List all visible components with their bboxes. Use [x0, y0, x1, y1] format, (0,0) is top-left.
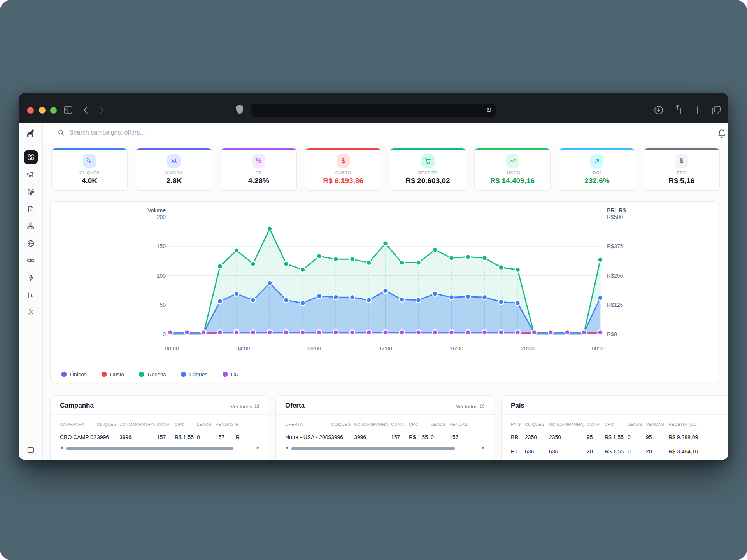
sidebar-toggle-icon[interactable]: [63, 106, 73, 114]
see-all-link[interactable]: Ver todos: [231, 403, 260, 410]
table-cell: 3996: [331, 434, 343, 440]
y-right-tick: R$125: [607, 302, 623, 308]
cr-point: [317, 330, 322, 335]
kpi-card-únicos: ÚNICOS2.8K: [136, 148, 212, 191]
minimize-button[interactable]: [39, 107, 46, 114]
cliques-point: [300, 301, 305, 306]
horizontal-scrollbar[interactable]: ◀▶: [60, 446, 260, 450]
table-cell: 636: [549, 448, 558, 455]
legend-item-únicos[interactable]: Únicos: [61, 371, 87, 378]
receita-point: [317, 254, 322, 259]
sidebar-item-campaigns[interactable]: [24, 167, 38, 181]
tab-overview-button[interactable]: [711, 105, 721, 115]
table-cell: R: [236, 434, 240, 440]
legend-item-cr[interactable]: CR: [223, 371, 239, 378]
cr-point: [400, 330, 405, 335]
back-button[interactable]: [83, 106, 89, 114]
new-tab-button[interactable]: [693, 106, 702, 114]
column-header: CAMPANHA: [60, 422, 85, 427]
cr-point: [366, 330, 372, 335]
cliques-point: [416, 298, 421, 303]
receita-point: [449, 256, 454, 261]
sidebar-item-automations[interactable]: [24, 271, 38, 285]
cliques-point: [598, 295, 603, 300]
cliques-point: [466, 294, 471, 299]
table-cell: 157: [391, 434, 400, 440]
sidebar-item-landing-pages[interactable]: [24, 202, 38, 216]
cr-point: [515, 330, 520, 335]
scrollbar-thumb[interactable]: [66, 447, 233, 450]
forward-button[interactable]: [99, 106, 104, 114]
y-right-tick: R$375: [607, 243, 623, 249]
receita-point: [383, 241, 388, 246]
scroll-left-icon[interactable]: ◀: [285, 446, 288, 450]
scroll-right-icon[interactable]: ▶: [482, 446, 485, 450]
link-icon: [27, 257, 35, 264]
sidebar-item-domains[interactable]: [24, 236, 38, 250]
see-all-label: Ver todos: [231, 404, 252, 410]
zap-icon: [27, 274, 35, 282]
reload-icon[interactable]: ↻: [486, 106, 492, 114]
see-all-link[interactable]: Ver todos: [456, 403, 485, 410]
sidebar-item-offers[interactable]: [24, 185, 38, 199]
table-cell: 3996: [119, 434, 132, 440]
table-card-campanha: CampanhaVer todosCAMPANHACLIQUESUC (CAMP…: [50, 395, 269, 460]
receita-point: [284, 261, 289, 266]
scroll-right-icon[interactable]: ▶: [257, 446, 260, 450]
column-header: OFERTA: [285, 422, 303, 427]
horizontal-scrollbar[interactable]: ◀▶: [285, 446, 485, 450]
globe-icon: [27, 240, 35, 247]
dog-logo-icon: [26, 128, 36, 138]
divider: [511, 445, 728, 445]
kpi-label: RECEITA: [390, 170, 466, 175]
y-left-tick: 50: [160, 302, 166, 308]
sidebar-collapse-button[interactable]: [24, 443, 38, 457]
column-header: LEADS: [197, 422, 212, 427]
close-button[interactable]: [27, 107, 34, 114]
zoom-button[interactable]: [50, 107, 57, 114]
table-card-oferta: OfertaVer todosOFERTACLIQUESUC (CAMPANHA…: [275, 395, 494, 460]
address-bar[interactable]: ↻: [251, 104, 496, 117]
cliques-point: [333, 295, 338, 300]
browser-window: ↻: [19, 93, 728, 460]
scroll-left-icon[interactable]: ◀: [60, 446, 63, 450]
kpi-value: 4.28%: [221, 177, 296, 185]
x-tick: 20:00: [521, 345, 535, 352]
cr-point: [581, 330, 586, 335]
y-left-tick: 150: [157, 243, 166, 249]
kpi-value: 232.6%: [559, 177, 635, 185]
table-cell: 2350: [549, 434, 561, 440]
sidebar-item-settings[interactable]: [24, 305, 38, 319]
cr-point: [284, 330, 289, 335]
y-right-tick: R$500: [607, 214, 623, 220]
share-button[interactable]: [673, 105, 682, 115]
legend-label: CR: [231, 371, 239, 378]
app-logo[interactable]: [24, 126, 38, 140]
dollar-icon: $: [675, 154, 688, 168]
sidebar-item-dashboard[interactable]: [24, 150, 38, 164]
divider: [285, 430, 485, 431]
table-cell: 95: [587, 434, 593, 440]
downloads-button[interactable]: [654, 105, 663, 115]
sidebar-item-reports[interactable]: [24, 288, 38, 302]
notifications-button[interactable]: [717, 129, 726, 140]
shield-icon[interactable]: [235, 105, 244, 115]
sidebar-item-links[interactable]: [24, 254, 38, 268]
legend-item-custo[interactable]: Custo: [102, 371, 124, 378]
table-card-pais: PaísPAÍSCLIQUESUC (CAMPANHA)CONV.CPCLEAD…: [501, 395, 728, 460]
legend-item-receita[interactable]: Receita: [139, 371, 166, 378]
legend-item-cliques[interactable]: Cliques: [181, 371, 208, 378]
table-cell: 20: [587, 448, 593, 455]
y-left-tick: 200: [157, 214, 166, 220]
column-header: LEADS: [628, 422, 642, 427]
global-search[interactable]: Search campaigns, offers...: [58, 129, 145, 136]
scrollbar-thumb[interactable]: [291, 447, 455, 450]
browser-toolbar: ↻: [19, 93, 728, 123]
legend-label: Cliques: [189, 371, 208, 378]
legend-swatch: [61, 372, 67, 377]
kpi-label: ROI: [559, 170, 635, 175]
column-header: UC (CAMPANHA): [119, 422, 155, 427]
bell-icon: [717, 129, 726, 139]
sidebar-item-funnels[interactable]: [24, 219, 38, 233]
cliques-point: [317, 294, 322, 299]
